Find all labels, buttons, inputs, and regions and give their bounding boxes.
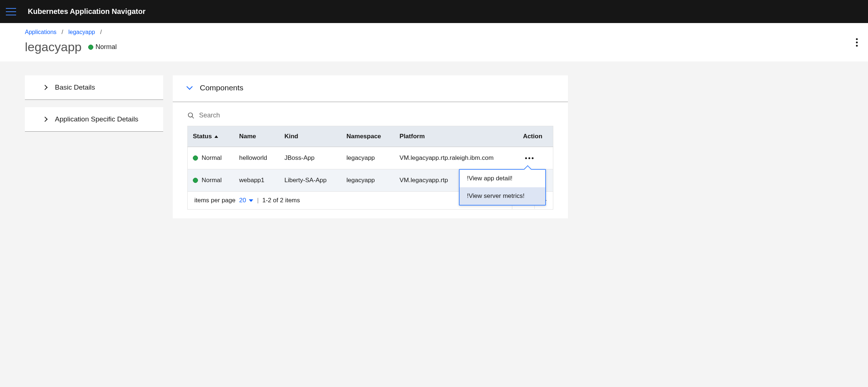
cell-namespace: legacyapp [341,147,394,169]
sort-asc-icon [214,135,218,138]
details-sidebar: Basic Details Application Specific Detai… [25,75,163,132]
components-panel: Components Status Name Kind Namespace Pl… [173,75,568,218]
status-label: Normal [96,43,117,51]
search-input[interactable] [199,112,553,119]
page-title: legacyapp [25,40,82,54]
cell-namespace: legacyapp [341,169,394,192]
chevron-down-icon [187,84,193,90]
cell-kind: JBoss-App [279,147,341,169]
table-row: Normal helloworld JBoss-App legacyapp VM… [188,147,553,169]
items-per-page-select[interactable]: 20 [239,197,253,204]
breadcrumb-separator: / [61,29,63,35]
col-platform[interactable]: Platform [394,126,518,147]
divider: | [257,197,258,204]
items-per-page-label: items per page [194,197,235,204]
action-popover: !View app detail! !View server metrics! [459,169,546,206]
panel-header[interactable]: Components [173,75,568,102]
col-kind[interactable]: Kind [279,126,341,147]
cell-name: webapp1 [234,169,279,192]
breadcrumb: Applications / legacyapp / [25,29,843,35]
page-subheader: Applications / legacyapp / legacyapp Nor… [0,23,868,61]
status-dot-icon [193,178,198,183]
content-area: Basic Details Application Specific Detai… [0,61,868,232]
components-table-wrap: Status Name Kind Namespace Platform Acti… [173,126,568,210]
cell-kind: Liberty-SA-App [279,169,341,192]
pagination-range: 1-2 of 2 items [262,197,300,204]
sidebar-item-label: Application Specific Details [55,115,138,123]
col-namespace[interactable]: Namespace [341,126,394,147]
row-action-menu-icon[interactable] [523,155,548,161]
search-icon [187,112,195,119]
col-name[interactable]: Name [234,126,279,147]
popover-item-view-server-metrics[interactable]: !View server metrics! [460,187,545,205]
svg-point-0 [188,113,193,117]
status-dot-icon [88,45,93,50]
status-dot-icon [193,155,198,161]
caret-down-icon [249,199,253,202]
search-row [173,102,568,126]
chevron-right-icon [42,117,48,122]
col-action: Action [518,126,553,147]
overflow-menu-icon[interactable] [853,35,861,49]
hamburger-menu-icon[interactable] [6,8,16,15]
cell-platform: VM.legacyapp.rtp.raleigh.ibm.com [394,147,518,169]
panel-title: Components [200,83,243,92]
status-badge: Normal [88,43,117,51]
svg-line-1 [192,116,194,118]
cell-status: Normal [202,177,222,184]
chevron-right-icon [42,85,48,90]
col-status[interactable]: Status [188,126,234,147]
popover-item-view-app-detail[interactable]: !View app detail! [460,170,545,187]
breadcrumb-link-legacyapp[interactable]: legacyapp [68,29,95,35]
cell-status: Normal [202,154,222,162]
app-header: Kubernetes Application Navigator [0,0,868,23]
app-title: Kubernetes Application Navigator [28,7,146,16]
sidebar-item-basic-details[interactable]: Basic Details [25,75,163,100]
cell-name: helloworld [234,147,279,169]
title-row: legacyapp Normal [25,40,843,54]
breadcrumb-link-applications[interactable]: Applications [25,29,56,35]
sidebar-item-label: Basic Details [55,83,95,91]
breadcrumb-separator: / [100,29,102,35]
sidebar-item-app-specific-details[interactable]: Application Specific Details [25,107,163,132]
